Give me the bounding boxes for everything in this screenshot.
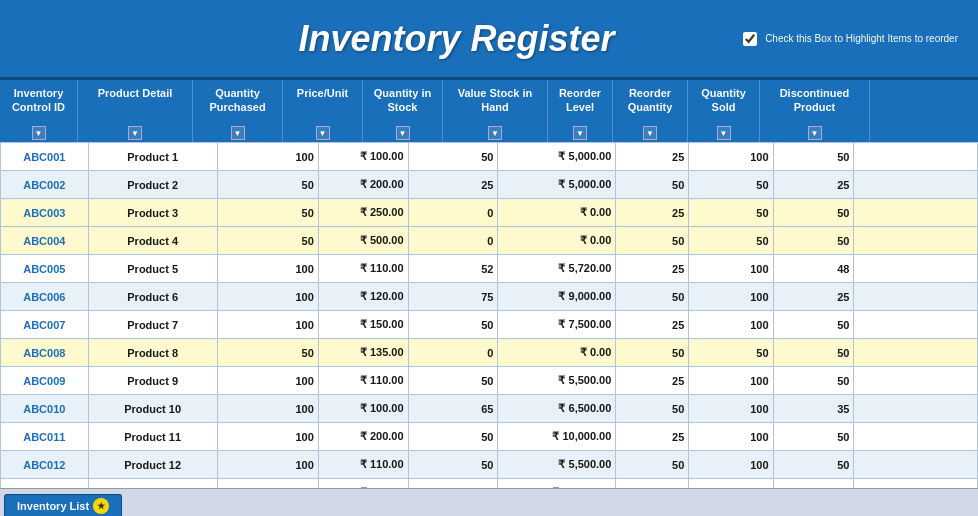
column-headers: Inventory Control ID▼Product Detail▼Quan… xyxy=(0,80,978,142)
cell-r1-c3: ₹ 200.00 xyxy=(318,171,408,199)
table-row: ABC006Product 6100₹ 120.0075₹ 9,000.0050… xyxy=(1,283,978,311)
dropdown-btn-4[interactable]: ▼ xyxy=(396,126,410,140)
dropdown-btn-7[interactable]: ▼ xyxy=(643,126,657,140)
table-container[interactable]: ABC001Product 1100₹ 100.0050₹ 5,000.0025… xyxy=(0,142,978,488)
cell-r2-c5: ₹ 0.00 xyxy=(498,199,616,227)
cell-r2-c3: ₹ 250.00 xyxy=(318,199,408,227)
cell-r9-c9 xyxy=(854,395,978,423)
cell-r9-c8: 35 xyxy=(773,395,854,423)
cell-r7-c6: 50 xyxy=(616,339,689,367)
cell-r2-c2: 50 xyxy=(217,199,318,227)
cell-r7-c4: 0 xyxy=(408,339,498,367)
cell-r12-c2: 100 xyxy=(217,479,318,489)
cell-r5-c3: ₹ 120.00 xyxy=(318,283,408,311)
cell-r10-c9 xyxy=(854,423,978,451)
tab-label: Inventory List xyxy=(17,500,89,512)
cell-r10-c1: Product 11 xyxy=(88,423,217,451)
cell-r4-c1: Product 5 xyxy=(88,255,217,283)
cell-r12-c6: 25 xyxy=(616,479,689,489)
cell-r11-c1: Product 12 xyxy=(88,451,217,479)
cell-r3-c8: 50 xyxy=(773,227,854,255)
cell-r9-c4: 65 xyxy=(408,395,498,423)
cell-r10-c2: 100 xyxy=(217,423,318,451)
cell-r5-c0: ABC006 xyxy=(1,283,89,311)
cell-r2-c8: 50 xyxy=(773,199,854,227)
table-row: ABC010Product 10100₹ 100.0065₹ 6,500.005… xyxy=(1,395,978,423)
col-header-label-6: Reorder Level xyxy=(550,86,610,115)
cell-r6-c2: 100 xyxy=(217,311,318,339)
column-header-5: Value Stock in Hand▼ xyxy=(443,80,548,142)
col-header-label-1: Product Detail xyxy=(98,86,173,100)
cell-r7-c3: ₹ 135.00 xyxy=(318,339,408,367)
cell-r3-c0: ABC004 xyxy=(1,227,89,255)
cell-r7-c0: ABC008 xyxy=(1,339,89,367)
cell-r10-c0: ABC011 xyxy=(1,423,89,451)
cell-r3-c6: 50 xyxy=(616,227,689,255)
cell-r8-c7: 100 xyxy=(689,367,773,395)
dropdown-btn-9[interactable]: ▼ xyxy=(808,126,822,140)
table-row: ABC004Product 450₹ 500.000₹ 0.00505050 xyxy=(1,227,978,255)
cell-r0-c2: 100 xyxy=(217,143,318,171)
cell-r12-c5: ₹ 12,500.00 xyxy=(498,479,616,489)
dropdown-btn-5[interactable]: ▼ xyxy=(488,126,502,140)
table-row: ABC003Product 350₹ 250.000₹ 0.00255050 xyxy=(1,199,978,227)
cell-r1-c0: ABC002 xyxy=(1,171,89,199)
dropdown-btn-3[interactable]: ▼ xyxy=(316,126,330,140)
cell-r1-c6: 50 xyxy=(616,171,689,199)
cell-r5-c8: 25 xyxy=(773,283,854,311)
cell-r12-c9 xyxy=(854,479,978,489)
cell-r6-c3: ₹ 150.00 xyxy=(318,311,408,339)
cell-r4-c2: 100 xyxy=(217,255,318,283)
cell-r6-c4: 50 xyxy=(408,311,498,339)
col-header-label-5: Value Stock in Hand xyxy=(445,86,545,115)
dropdown-btn-1[interactable]: ▼ xyxy=(128,126,142,140)
cell-r9-c6: 50 xyxy=(616,395,689,423)
column-header-8: Quantity Sold▼ xyxy=(688,80,760,142)
cell-r5-c6: 50 xyxy=(616,283,689,311)
col-header-label-8: Quantity Sold xyxy=(690,86,757,115)
cell-r11-c8: 50 xyxy=(773,451,854,479)
cell-r0-c5: ₹ 5,000.00 xyxy=(498,143,616,171)
app-container: Inventory Register Check this Box to Hig… xyxy=(0,0,978,516)
cell-r3-c2: 50 xyxy=(217,227,318,255)
highlight-label: Check this Box to Highlight Items to reo… xyxy=(765,32,958,45)
cell-r2-c9 xyxy=(854,199,978,227)
dropdown-btn-0[interactable]: ▼ xyxy=(32,126,46,140)
dropdown-btn-2[interactable]: ▼ xyxy=(231,126,245,140)
inventory-list-tab[interactable]: Inventory List ★ xyxy=(4,494,122,516)
cell-r9-c5: ₹ 6,500.00 xyxy=(498,395,616,423)
cell-r0-c6: 25 xyxy=(616,143,689,171)
cell-r7-c5: ₹ 0.00 xyxy=(498,339,616,367)
highlight-checkbox[interactable] xyxy=(743,32,757,46)
cell-r4-c7: 100 xyxy=(689,255,773,283)
cell-r1-c5: ₹ 5,000.00 xyxy=(498,171,616,199)
dropdown-btn-8[interactable]: ▼ xyxy=(717,126,731,140)
cell-r10-c8: 50 xyxy=(773,423,854,451)
cell-r6-c6: 25 xyxy=(616,311,689,339)
cell-r10-c3: ₹ 200.00 xyxy=(318,423,408,451)
cell-r1-c8: 25 xyxy=(773,171,854,199)
cell-r11-c6: 50 xyxy=(616,451,689,479)
table-row: ABC013Product 13100₹ 250.0050₹ 12,500.00… xyxy=(1,479,978,489)
cell-r4-c0: ABC005 xyxy=(1,255,89,283)
cell-r0-c1: Product 1 xyxy=(88,143,217,171)
dropdown-btn-6[interactable]: ▼ xyxy=(573,126,587,140)
cell-r2-c7: 50 xyxy=(689,199,773,227)
cell-r12-c1: Product 13 xyxy=(88,479,217,489)
cell-r10-c5: ₹ 10,000.00 xyxy=(498,423,616,451)
cell-r0-c9 xyxy=(854,143,978,171)
cell-r7-c1: Product 8 xyxy=(88,339,217,367)
cell-r1-c7: 50 xyxy=(689,171,773,199)
cell-r11-c2: 100 xyxy=(217,451,318,479)
cell-r6-c7: 100 xyxy=(689,311,773,339)
table-row: ABC002Product 250₹ 200.0025₹ 5,000.00505… xyxy=(1,171,978,199)
cell-r3-c4: 0 xyxy=(408,227,498,255)
cell-r7-c9 xyxy=(854,339,978,367)
cell-r8-c0: ABC009 xyxy=(1,367,89,395)
cell-r6-c1: Product 7 xyxy=(88,311,217,339)
cell-r4-c9 xyxy=(854,255,978,283)
cell-r11-c9 xyxy=(854,451,978,479)
column-header-0: Inventory Control ID▼ xyxy=(0,80,78,142)
cell-r0-c7: 100 xyxy=(689,143,773,171)
cell-r0-c3: ₹ 100.00 xyxy=(318,143,408,171)
